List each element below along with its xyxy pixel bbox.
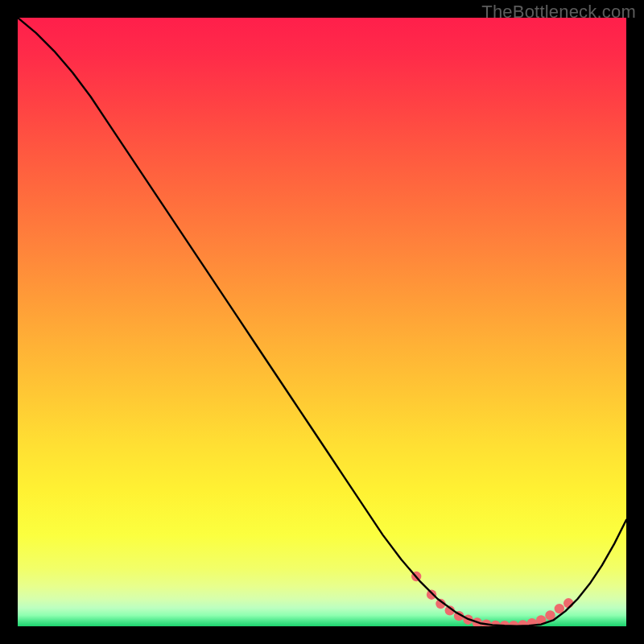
data-point xyxy=(564,598,573,608)
plot-area xyxy=(18,18,626,626)
data-point xyxy=(427,589,436,599)
chart-svg xyxy=(18,18,626,626)
chart-stage: TheBottleneck.com xyxy=(0,0,644,644)
watermark-label: TheBottleneck.com xyxy=(481,2,636,23)
gradient-bg xyxy=(18,18,626,626)
